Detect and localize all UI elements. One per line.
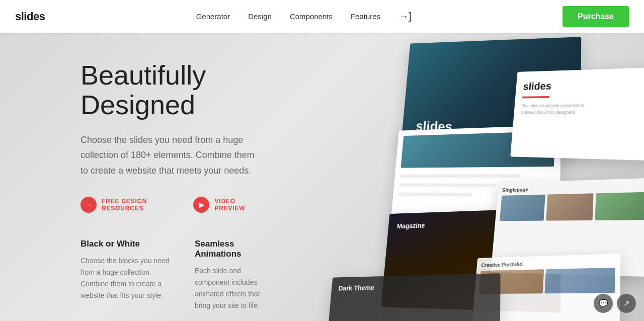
nav-components[interactable]: Components	[290, 12, 333, 21]
card5-img1	[500, 195, 545, 221]
card4-accent-bar	[522, 96, 549, 98]
card7-text: Dark Theme	[331, 273, 501, 301]
card2-line1	[400, 174, 521, 178]
card5-title: Singlepage	[502, 183, 644, 193]
slide-card-7: Dark Theme	[327, 273, 500, 321]
brand-logo[interactable]: slides	[15, 10, 45, 23]
features-section: Black or White Choose the blocks you nee…	[80, 239, 262, 311]
card5-content: Singlepage	[495, 178, 644, 226]
slide-stack: slides Get Started Magazine	[307, 33, 644, 321]
video-preview-button[interactable]: ▶ VIDEO PREVIEW	[193, 197, 262, 213]
login-icon[interactable]: →]	[398, 11, 412, 22]
hero-subtitle: Choose the slides you need from a huge c…	[80, 132, 262, 179]
feature-2-title: Seamless Animations	[195, 239, 262, 259]
card6-img2	[545, 268, 615, 293]
card5-img2	[546, 193, 594, 220]
resources-label: FREE DESIGN RESOURCES	[102, 198, 181, 212]
card4-desc: The ultimate website presentationframewo…	[514, 102, 644, 116]
navbar: slides Generator Design Components Featu…	[0, 0, 644, 33]
nav-generator[interactable]: Generator	[196, 12, 230, 21]
feature-animations: Seamless Animations Each slide and compo…	[195, 239, 262, 311]
feature-1-title: Black or White	[80, 239, 171, 249]
hero-title: Beautifully Designed	[80, 60, 262, 120]
nav-links: Generator Design Components Features →]	[196, 11, 412, 22]
hero-content: Beautifully Designed Choose the slides y…	[0, 33, 262, 311]
hero-visual: slides Get Started Magazine	[307, 33, 644, 321]
hero-buttons: → FREE DESIGN RESOURCES ▶ VIDEO PREVIEW	[80, 197, 262, 213]
hero-section: Beautifully Designed Choose the slides y…	[0, 33, 644, 321]
purchase-button[interactable]: Purchase	[562, 6, 629, 27]
slide-card-4: slides The ultimate website presentation…	[510, 67, 644, 160]
bottom-icons: 💬 ↗	[594, 294, 636, 313]
chat-icon[interactable]: 💬	[594, 294, 613, 313]
feature-black-white: Black or White Choose the blocks you nee…	[80, 239, 171, 311]
video-label: VIDEO PREVIEW	[214, 198, 262, 212]
feature-2-desc: Each slide and component includes animat…	[195, 265, 262, 311]
card5-img3	[595, 192, 644, 220]
free-resources-button[interactable]: → FREE DESIGN RESOURCES	[80, 197, 181, 213]
nav-design[interactable]: Design	[248, 12, 272, 21]
share-icon[interactable]: ↗	[617, 294, 636, 313]
play-icon: ▶	[193, 197, 209, 213]
card2-line2	[399, 183, 496, 187]
card4-title: slides	[515, 67, 644, 97]
arrow-icon: →	[80, 197, 97, 213]
card7-title: Dark Theme	[338, 282, 492, 292]
card6-title: Creative Portfolio	[481, 259, 615, 268]
feature-1-desc: Choose the blocks you need from a huge c…	[80, 255, 171, 301]
nav-features[interactable]: Features	[351, 12, 380, 21]
card2-line3	[398, 192, 472, 196]
card5-images	[500, 192, 644, 221]
